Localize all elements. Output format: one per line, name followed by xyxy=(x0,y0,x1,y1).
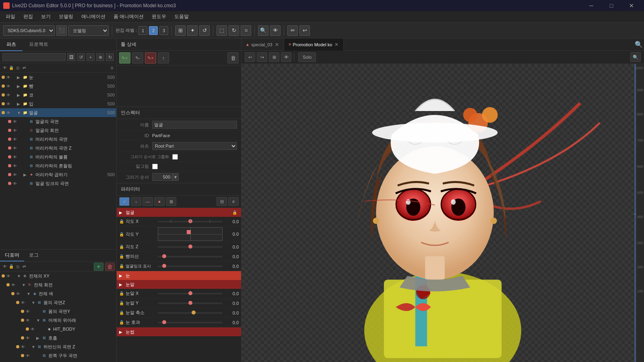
magnify-button[interactable]: 🔍 xyxy=(258,25,268,36)
deformer-item[interactable]: 👁 ⊞ 몸의 곡면Y xyxy=(0,307,116,316)
param-slider-anglex[interactable] xyxy=(158,218,223,225)
params-red-btn[interactable]: ● xyxy=(154,197,165,206)
header-eye-icon[interactable]: 👁 xyxy=(2,65,8,71)
cv-search-btn[interactable]: 🔍 xyxy=(630,52,641,62)
deformer-item[interactable]: 👁 ▼ ◈ 전체 색 xyxy=(0,289,116,298)
params-grid-btn[interactable]: ⊞ xyxy=(166,197,176,206)
lock-btn[interactable] xyxy=(16,282,22,288)
lock-btn[interactable] xyxy=(26,344,31,350)
part-row[interactable]: 👁 ⊞ 머리카락의 곡면 xyxy=(0,135,116,144)
parts-img-btn[interactable]: 🖼 xyxy=(67,53,75,61)
param-group-header-face[interactable]: ▶ 얼굴 🔒 xyxy=(117,208,241,217)
tab-close-btn[interactable]: ✕ xyxy=(274,42,280,47)
group-lock-icon[interactable]: 🔒 xyxy=(232,210,239,215)
lock-btn[interactable] xyxy=(18,181,23,186)
lock-btn[interactable] xyxy=(31,335,36,341)
header-visible-icon[interactable]: ◎ xyxy=(14,65,21,71)
lock-btn[interactable] xyxy=(31,309,36,314)
def-eye-icon[interactable]: 👁 xyxy=(2,263,8,270)
menu-view[interactable]: 보기 xyxy=(37,12,55,22)
expand-btn[interactable]: ▼ xyxy=(27,292,31,296)
eye-btn[interactable]: 👁 xyxy=(15,291,21,296)
eye-btn[interactable]: 👁 xyxy=(25,317,31,323)
expand-btn[interactable]: ▼ xyxy=(36,318,41,323)
eye-button[interactable]: 👁 xyxy=(270,25,281,36)
deformer-item[interactable]: 👁 ▶ ⊞ 호흡 xyxy=(0,333,116,342)
part-row[interactable]: 👁 ▶ 📁 뺨 500 xyxy=(0,82,116,90)
clipping-checkbox[interactable] xyxy=(152,164,158,169)
eye-btn[interactable]: 👁 xyxy=(20,300,26,305)
lock-btn[interactable] xyxy=(18,145,23,151)
minimize-button[interactable]: ─ xyxy=(582,0,601,11)
expand-btn[interactable]: ▼ xyxy=(31,300,36,305)
tool-create-btn[interactable]: ✎+ xyxy=(119,52,130,64)
tab-parts[interactable]: 파츠 xyxy=(0,39,23,51)
eye-btn[interactable]: 👁 xyxy=(6,92,11,98)
grid-button[interactable]: ⊞ xyxy=(175,25,186,36)
param-group-header-eyebrow[interactable]: ▶ 눈썹 xyxy=(117,327,241,336)
tool-delete-btn[interactable]: ✎× xyxy=(145,52,156,64)
eye-btn[interactable]: 👁 xyxy=(12,181,18,186)
part-row[interactable]: 👁 ▶ 📁 눈 500 xyxy=(0,73,116,82)
param-slider-eyey[interactable] xyxy=(158,300,223,306)
mode-select[interactable]: 모델링 xyxy=(68,25,109,36)
expand-btn[interactable]: ▶ xyxy=(23,173,28,177)
slider-thumb[interactable] xyxy=(162,264,166,268)
lock-btn[interactable] xyxy=(11,110,17,115)
lock-btn[interactable] xyxy=(31,317,36,323)
level-2-button[interactable]: 2 xyxy=(149,26,158,35)
part-row[interactable]: 👁 ⊞ 머리카락의 볼륨 xyxy=(0,152,116,161)
expand-btn[interactable]: ▼ xyxy=(31,345,36,349)
tool-trash-btn[interactable]: 🗑 xyxy=(227,52,239,64)
menu-edit[interactable]: 편집 xyxy=(19,12,37,22)
deformer-item[interactable]: 👁 ▼ ⊞ 어깨의 위아래 xyxy=(0,316,116,325)
rotate-button[interactable]: ↺ xyxy=(199,25,210,36)
param-slider-eyex[interactable] xyxy=(158,290,223,297)
eye-btn[interactable]: 👁 xyxy=(25,353,31,358)
lock-btn[interactable] xyxy=(11,92,17,98)
parts-add-btn[interactable]: + xyxy=(87,53,95,61)
param-group-header-eye[interactable]: ▶ 눈 xyxy=(117,271,241,280)
loop-button[interactable]: ↻ xyxy=(229,25,239,36)
slider-thumb[interactable] xyxy=(162,320,166,324)
def-lock-icon[interactable]: 🔒 xyxy=(8,263,14,270)
def-link-icon[interactable]: ⇄ xyxy=(21,263,27,270)
eye-btn[interactable]: 👁 xyxy=(12,154,18,160)
expand-btn[interactable]: ▶ xyxy=(17,102,22,106)
expand-btn[interactable]: ▼ xyxy=(22,283,27,287)
lock-btn[interactable] xyxy=(18,119,23,124)
eye-btn[interactable]: 👁 xyxy=(6,101,11,107)
eye-btn[interactable]: 👁 xyxy=(6,110,11,115)
deformer-item[interactable]: 👁 ▼ ⊕ 전체의 XY xyxy=(0,272,116,280)
eye-btn[interactable]: 👁 xyxy=(6,273,11,279)
maximize-button[interactable]: □ xyxy=(602,0,621,11)
params-expand-btn[interactable]: ⊟ xyxy=(217,197,227,206)
sdk-select[interactable]: SDK5.0/Cubism5.0 xyxy=(3,25,55,36)
deformer-item[interactable]: 👁 ▼ ⊞ 몸의 곡면Z xyxy=(0,298,116,307)
parts-undo-btn[interactable]: ↺ xyxy=(77,53,85,61)
part-row[interactable]: 👁 ⊞ 얼굴 잉크의 곡면 xyxy=(0,179,116,188)
eye-btn[interactable]: 👁 xyxy=(20,344,26,350)
draw-order-checkbox[interactable] xyxy=(172,154,178,160)
param-slider-eyezoom[interactable] xyxy=(158,310,223,316)
params-menu-btn[interactable]: ≡ xyxy=(228,197,239,206)
lock-btn[interactable] xyxy=(11,74,17,80)
def-vis-icon[interactable]: ◎ xyxy=(14,263,21,270)
eye-btn[interactable]: 👁 xyxy=(30,326,35,332)
params-check-btn[interactable]: ✓ xyxy=(119,197,130,206)
level-3-button[interactable]: 3 xyxy=(159,26,168,35)
param-lock-icon[interactable]: 🔒 xyxy=(119,232,126,237)
eye-btn[interactable]: 👁 xyxy=(12,145,18,151)
2d-thumb[interactable] xyxy=(187,230,191,234)
eye-btn[interactable]: 👁 xyxy=(12,128,18,133)
part-row[interactable]: 👁 ▶ ★ 머리카락 곱하기 500 xyxy=(0,170,116,179)
lock-btn[interactable] xyxy=(31,353,36,358)
expand-btn[interactable]: ▶ xyxy=(17,75,22,80)
menu-modeling[interactable]: 모델링 xyxy=(55,12,77,22)
close-button[interactable]: ✕ xyxy=(622,0,641,11)
lock-btn[interactable] xyxy=(18,154,23,160)
param-lock-icon[interactable]: 🔒 xyxy=(119,264,126,268)
tool-edit-btn[interactable]: ✎- xyxy=(132,52,143,64)
eye-btn[interactable]: 👁 xyxy=(12,136,18,142)
menu-window[interactable]: 윈도우 xyxy=(148,12,170,22)
